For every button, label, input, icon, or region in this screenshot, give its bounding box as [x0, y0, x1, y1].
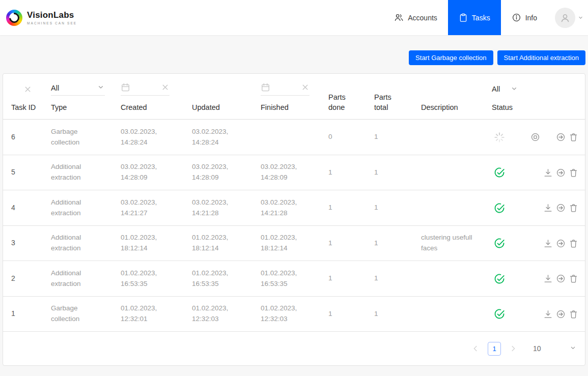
- tasks-icon: [459, 13, 468, 22]
- download-result-button[interactable]: [542, 166, 554, 179]
- row-actions: [526, 237, 580, 250]
- parts-done-cell: 1: [328, 238, 374, 249]
- user-menu[interactable]: [555, 8, 584, 28]
- delete-task-button[interactable]: [567, 307, 580, 321]
- main-nav: Accounts Tasks Info: [383, 0, 588, 35]
- col-task-id: Task ID: [11, 82, 51, 112]
- task-id-cell: 5: [11, 167, 51, 178]
- avatar: [555, 8, 575, 28]
- created-date-filter[interactable]: [121, 82, 170, 96]
- table-row: 6 Garbage collection 03.02.2023, 14:28:2…: [3, 120, 585, 155]
- chevron-down-icon: [577, 14, 584, 21]
- nav-info-label: Info: [525, 14, 537, 22]
- success-check-icon: [494, 167, 505, 178]
- task-id-cell: 1: [11, 308, 51, 320]
- calendar-icon: [261, 82, 270, 94]
- open-task-button[interactable]: [554, 237, 567, 250]
- task-id-cell: 2: [11, 273, 51, 284]
- table-header: Task ID All Type Created Upda: [3, 74, 585, 120]
- start-additional-extraction-button[interactable]: Start Additional extraction: [497, 50, 585, 65]
- col-parts-total-label: Parts total: [374, 92, 400, 113]
- parts-done-cell: 1: [328, 273, 374, 284]
- chevron-down-icon: [569, 344, 577, 353]
- task-id-cell: 6: [11, 132, 51, 143]
- finished-date-filter[interactable]: [261, 82, 310, 96]
- row-actions: [526, 307, 580, 321]
- delete-task-button[interactable]: [567, 201, 580, 215]
- table-row: 1 Garbage collection 01.02.2023, 12:32:0…: [3, 297, 585, 332]
- parts-total-cell: 1: [374, 167, 421, 178]
- delete-task-button[interactable]: [567, 272, 580, 285]
- open-task-button[interactable]: [554, 131, 567, 144]
- nav-accounts[interactable]: Accounts: [383, 0, 448, 35]
- parts-total-cell: 1: [374, 273, 421, 284]
- task-type-cell: Additional extraction: [51, 233, 108, 254]
- row-actions: [526, 166, 580, 179]
- nav-accounts-label: Accounts: [408, 14, 437, 22]
- table-row: 5 Additional extraction 03.02.2023, 14:2…: [3, 155, 585, 191]
- task-type-cell: Garbage collection: [51, 303, 108, 325]
- task-created-cell: 01.02.2023, 18:12:14: [121, 233, 178, 254]
- delete-task-button[interactable]: [567, 131, 580, 144]
- app-header: VisionLabs MACHINES CAN SEE Accounts Tas…: [0, 0, 588, 35]
- status-filter-select[interactable]: All: [492, 82, 518, 96]
- parts-total-cell: 1: [374, 238, 421, 249]
- chevron-down-icon: [97, 83, 105, 93]
- download-result-button[interactable]: [542, 272, 554, 285]
- current-page[interactable]: 1: [488, 342, 501, 356]
- type-filter-select[interactable]: All: [51, 82, 105, 96]
- toolbar: Start Garbage collection Start Additiona…: [3, 50, 585, 65]
- open-task-button[interactable]: [554, 272, 567, 285]
- task-updated-cell: 01.02.2023, 18:12:14: [192, 233, 249, 254]
- delete-task-button[interactable]: [567, 237, 580, 250]
- col-status-label: Status: [492, 102, 526, 112]
- download-result-button[interactable]: [542, 237, 554, 250]
- success-check-icon: [494, 238, 505, 249]
- parts-total-cell: 1: [374, 132, 421, 142]
- task-type-cell: Additional extraction: [51, 162, 108, 183]
- task-created-cell: 03.02.2023, 14:21:27: [121, 197, 178, 219]
- task-updated-cell: 03.02.2023, 14:28:09: [192, 162, 249, 183]
- clear-task-id-filter-button[interactable]: [16, 82, 39, 96]
- col-type-label: Type: [51, 102, 121, 112]
- status-cell: [492, 203, 526, 214]
- clear-finished-filter-button[interactable]: [301, 83, 310, 93]
- task-created-cell: 01.02.2023, 16:53:35: [121, 268, 178, 290]
- page-size-select[interactable]: 10: [533, 344, 577, 353]
- nav-info[interactable]: Info: [501, 0, 548, 35]
- col-updated: Updated: [192, 82, 261, 112]
- nav-tasks[interactable]: Tasks: [448, 0, 501, 35]
- open-task-button[interactable]: [554, 307, 567, 321]
- task-updated-cell: 03.02.2023, 14:21:28: [192, 197, 249, 219]
- task-finished-cell: 01.02.2023, 12:32:03: [261, 303, 318, 325]
- parts-done-cell: 0: [328, 132, 374, 142]
- prev-page-button[interactable]: [470, 343, 481, 354]
- open-task-button[interactable]: [554, 201, 567, 215]
- task-id-cell: 4: [11, 203, 51, 214]
- parts-done-cell: 1: [328, 167, 374, 178]
- task-finished-cell: 01.02.2023, 18:12:14: [261, 233, 318, 254]
- delete-task-button[interactable]: [567, 166, 580, 179]
- info-icon: [512, 13, 521, 22]
- task-created-cell: 01.02.2023, 12:32:01: [121, 303, 178, 325]
- col-status: All Status: [492, 82, 526, 112]
- calendar-icon: [121, 82, 130, 94]
- stop-task-button[interactable]: [529, 131, 542, 144]
- col-created-label: Created: [121, 102, 192, 112]
- task-created-cell: 03.02.2023, 14:28:24: [121, 127, 178, 148]
- open-task-button[interactable]: [554, 166, 567, 179]
- start-garbage-collection-button[interactable]: Start Garbage collection: [409, 50, 493, 65]
- download-result-button[interactable]: [542, 201, 554, 215]
- download-result-button[interactable]: [542, 307, 554, 321]
- table-row: 4 Additional extraction 03.02.2023, 14:2…: [3, 190, 585, 226]
- clear-created-filter-button[interactable]: [161, 83, 170, 93]
- task-finished-cell: 03.02.2023, 14:28:09: [261, 162, 318, 183]
- tasks-table-card: Task ID All Type Created Upda: [3, 73, 585, 366]
- parts-total-cell: 1: [374, 203, 421, 213]
- brand-name: VisionLabs: [27, 10, 77, 20]
- task-type-cell: Additional extraction: [51, 268, 108, 290]
- nav-tasks-label: Tasks: [472, 14, 490, 22]
- next-page-button[interactable]: [508, 343, 518, 354]
- col-parts-done: Parts done: [328, 82, 374, 112]
- task-updated-cell: 01.02.2023, 16:53:35: [192, 268, 249, 290]
